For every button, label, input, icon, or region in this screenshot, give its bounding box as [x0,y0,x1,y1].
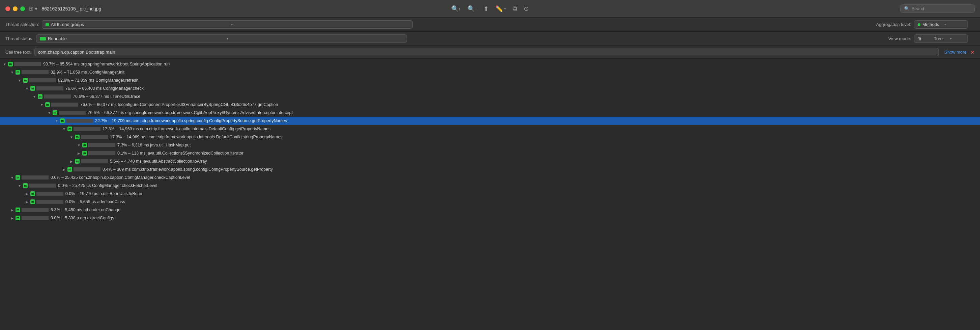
view-mode-label: View mode: [888,36,911,41]
tree-triangle-icon[interactable] [77,151,81,155]
close-calltree-button[interactable]: ✕ [970,49,975,55]
tree-row-text: 7.3% – 6,318 ms java.util.HashMap.put [117,143,191,147]
controls-bar-2: Thread status: Runnable ▾ View mode: ⊞ T… [0,32,980,46]
tree-row[interactable]: m82.9% – 71,859 ms ConfigManager.refresh [0,76,980,84]
tree-row[interactable]: m17.3% – 14,969 ms com.ctrip.framework.a… [0,133,980,141]
aggregation-level-group: Aggregation level: Methods ▾ [876,20,968,29]
percentage-bar [73,167,100,171]
tree-row[interactable]: m7.3% – 6,318 ms java.util.HashMap.put [0,141,980,149]
tree-row[interactable]: m0.0% – 19,770 µs n.util.BeanUtils.toBea… [0,190,980,198]
tree-row-text: 0.0% – 5,655 µs ader.loadClass [65,199,125,204]
tree-row-text: 76.6% – 66,377 ms l.TimeUtils.trace [73,94,140,99]
tree-row[interactable]: m0.1% – 113 ms java.util.Collections$Syn… [0,149,980,157]
close-button[interactable] [5,6,10,11]
search-bar[interactable]: 🔍 [900,5,975,13]
m-badge: m [23,183,28,188]
aggregation-level-dot [918,23,920,26]
aggregation-level-value: Methods [922,22,942,27]
tree-row-text: 22.7% – 19,709 ms com.ctrip.framework.ap… [95,118,287,123]
tree-triangle-icon[interactable] [55,119,59,123]
tree-triangle-icon[interactable] [10,216,14,220]
m-badge: m [82,143,87,147]
tree-row[interactable]: m0.0% – 25,425 com.zhaopin.dp.caption.Co… [0,174,980,182]
m-badge: m [82,151,87,156]
tree-triangle-icon[interactable] [10,70,14,74]
tree-row[interactable]: m76.6% – 66,377 ms toconfigure.Component… [0,100,980,108]
thread-selection-dot [46,23,49,26]
calltree-root-bar: Call tree root: Show more ✕ [0,46,980,59]
m-badge: m [60,118,65,123]
tree-triangle-icon[interactable] [10,176,14,180]
m-badge: m [75,135,80,139]
pencil-tool-group[interactable]: ✏️ ▾ [495,5,506,13]
view-mode-value: Tree [934,36,948,41]
tree-triangle-icon[interactable] [40,103,44,107]
tree-triangle-icon[interactable] [10,208,14,212]
tree-triangle-icon[interactable] [18,184,22,188]
aggregation-level-label: Aggregation level: [876,22,911,27]
tree-row[interactable]: m76.6% – 66,377 ms l.TimeUtils.trace [0,92,980,100]
minimize-button[interactable] [13,6,18,11]
tree-row[interactable]: m22.7% – 19,709 ms com.ctrip.framework.a… [0,117,980,125]
tree-triangle-icon[interactable] [62,127,66,131]
search-input[interactable] [912,6,971,11]
percentage-bar [29,183,56,188]
maximize-button[interactable] [20,6,25,11]
calltree-root-input[interactable] [34,48,939,56]
m-badge: m [30,191,35,196]
tree-triangle-icon[interactable] [25,200,29,204]
tree-triangle-icon[interactable] [70,135,73,139]
duplicate-icon[interactable]: ⧉ [512,5,517,12]
pencil-dropdown-icon[interactable]: ▾ [504,7,506,10]
thread-selection-value: All thread groups [51,22,229,27]
percentage-bar [22,70,49,74]
tree-triangle-icon[interactable] [25,87,29,91]
percentage-bar [66,119,93,123]
tree-row-text: 82.9% – 71,859 ms .ConfigManager.init [51,70,124,75]
tree-triangle-icon[interactable] [3,62,7,66]
tree-triangle-icon[interactable] [25,192,29,196]
tree-row[interactable]: m98.7% – 85,594 ms org.springframework.b… [0,60,980,68]
percentage-bar [81,135,108,139]
m-badge: m [38,94,43,99]
view-mode-chevron: ▾ [950,37,964,40]
percentage-bar [22,208,49,212]
show-more-link[interactable]: Show more [944,49,967,55]
tree-row[interactable]: m76.6% – 66,377 ms org.springframework.a… [0,108,980,117]
thread-selection-group: Thread selection: All thread groups ▾ [5,20,413,29]
zoom-in-icon[interactable]: 🔍+ [451,5,461,13]
m-badge: m [30,86,35,91]
tree-row[interactable]: m0.0% – 5,838 µ ger.extractConfigs [0,214,980,222]
traffic-lights [5,6,25,11]
tree-triangle-icon[interactable] [32,95,37,99]
tree-row[interactable]: m82.9% – 71,859 ms .ConfigManager.init [0,68,980,76]
aggregation-level-select[interactable]: Methods ▾ [914,20,968,29]
tree-row[interactable]: m76.6% – 66,403 ms ConfigManager.check [0,84,980,92]
tree-row[interactable]: m0.0% – 25,425 µs ConfigManager.checkFet… [0,182,980,190]
tree-triangle-icon[interactable] [18,79,22,82]
percentage-bar [51,102,78,107]
tree-row[interactable]: m0.0% – 5,655 µs ader.loadClass [0,198,980,206]
thread-status-dot [40,37,46,40]
tree-row-text: 17.3% – 14,969 ms com.ctrip.framework.ap… [102,126,270,131]
zoom-out-icon[interactable]: 🔍− [468,5,477,13]
share-icon[interactable]: ⬆ [484,5,488,13]
tree-triangle-icon[interactable] [70,159,73,163]
tree-triangle-icon[interactable] [62,168,66,171]
sidebar-toggle-icon[interactable]: ⊞ ▾ [29,5,37,12]
controls-bar: Thread selection: All thread groups ▾ Ag… [0,18,980,32]
profile-icon[interactable]: ⊙ [524,5,529,13]
pencil-icon[interactable]: ✏️ [495,5,503,13]
tree-triangle-icon[interactable] [77,143,81,147]
tree-row[interactable]: m17.3% – 14,969 ms com.ctrip.framework.a… [0,125,980,133]
aggregation-level-chevron: ▾ [944,22,964,26]
tree-row[interactable]: m6.3% – 5,450 ms ntLoader.onChange [0,206,980,214]
tree-row-text: 0.0% – 19,770 µs n.util.BeanUtils.toBean [65,191,142,196]
thread-status-select[interactable]: Runnable ▾ [36,34,407,43]
percentage-bar [59,111,86,115]
tree-row[interactable]: m5.5% – 4,740 ms java.util.AbstractColle… [0,157,980,165]
tree-row[interactable]: m0.4% – 309 ms com.ctrip.framework.apoll… [0,165,980,174]
thread-selection-select[interactable]: All thread groups ▾ [42,20,413,29]
tree-triangle-icon[interactable] [47,111,51,115]
view-mode-select[interactable]: ⊞ Tree ▾ [914,34,968,43]
